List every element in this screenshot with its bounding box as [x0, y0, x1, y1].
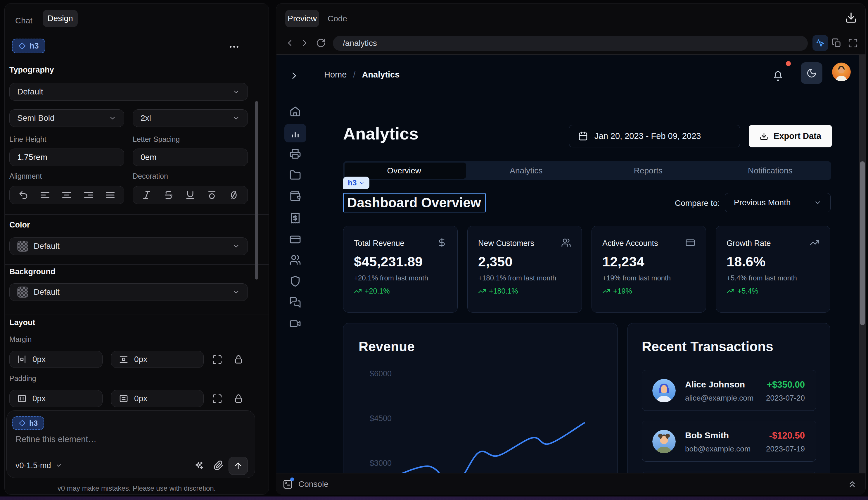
- padding-y-input[interactable]: 0px: [111, 390, 204, 407]
- tab-chat[interactable]: Chat: [15, 12, 33, 29]
- background-select[interactable]: Default: [9, 283, 248, 301]
- breadcrumb-home[interactable]: Home: [324, 70, 347, 80]
- no-decoration-icon[interactable]: [229, 190, 239, 200]
- padding-lock-icon[interactable]: [233, 394, 243, 404]
- align-center-icon[interactable]: [61, 190, 72, 200]
- breadcrumb-current: Analytics: [362, 70, 400, 80]
- tab-code[interactable]: Code: [328, 10, 347, 27]
- stat-card-growth-rate: Growth Rate 18.6% +5.4% from last month …: [716, 226, 830, 312]
- refresh-icon[interactable]: [316, 38, 326, 48]
- sidebar-item-files[interactable]: [289, 169, 301, 181]
- transaction-email: alice@example.com: [685, 394, 753, 402]
- margin-label: Margin: [9, 335, 32, 343]
- download-project-icon[interactable]: [845, 11, 857, 24]
- sidebar-expand-icon[interactable]: [289, 71, 299, 80]
- inspect-mode-button[interactable]: [812, 35, 828, 51]
- stat-title: Growth Rate: [727, 239, 771, 248]
- date-range-value: Jan 20, 2023 - Feb 09, 2023: [594, 131, 701, 141]
- sidebar-item-wallet[interactable]: [289, 190, 301, 202]
- disclaimer: v0 may make mistakes. Please use with di…: [5, 484, 269, 492]
- margin-expand-icon[interactable]: [212, 354, 222, 365]
- attach-icon[interactable]: [213, 460, 224, 471]
- italic-icon[interactable]: [141, 190, 152, 200]
- duplicate-icon[interactable]: [832, 38, 842, 48]
- date-range-button[interactable]: Jan 20, 2023 - Feb 09, 2023: [569, 125, 740, 147]
- font-weight-select[interactable]: Semi Bold: [9, 109, 124, 127]
- margin-x-input[interactable]: 0px: [9, 351, 103, 368]
- sidebar-item-receipts[interactable]: [289, 212, 301, 224]
- line-height-input[interactable]: 1.75rem: [9, 149, 124, 166]
- composer-badge-label: h3: [29, 419, 38, 428]
- align-right-icon[interactable]: [83, 190, 94, 200]
- nav-forward-icon[interactable]: [300, 38, 309, 47]
- letter-spacing-input[interactable]: 0em: [133, 149, 248, 166]
- send-button[interactable]: [229, 457, 248, 475]
- nav-back-icon[interactable]: [286, 38, 294, 47]
- sidebar-item-invoices[interactable]: [289, 148, 301, 160]
- compare-select[interactable]: Previous Month: [725, 193, 831, 212]
- padding-expand-icon[interactable]: [212, 394, 222, 404]
- selected-heading[interactable]: Dashboard Overview: [343, 193, 486, 212]
- user-avatar[interactable]: [832, 62, 851, 81]
- composer-element-badge: h3: [12, 416, 44, 430]
- margin-horizontal-icon: [17, 355, 26, 364]
- transaction-avatar: [652, 379, 676, 402]
- url-input[interactable]: [343, 38, 798, 48]
- url-bar[interactable]: [333, 36, 808, 51]
- export-data-button[interactable]: Export Data: [749, 125, 832, 147]
- console-expand-icon[interactable]: [847, 479, 857, 489]
- model-select[interactable]: v0-1.5-md: [15, 457, 62, 474]
- viewport-scrollbar-thumb[interactable]: [860, 161, 865, 325]
- strikethrough-icon[interactable]: [163, 190, 174, 200]
- sidebar-item-home[interactable]: [289, 105, 301, 117]
- notifications-bell-icon[interactable]: [773, 71, 783, 81]
- sidebar-item-messages[interactable]: [289, 296, 301, 308]
- color-select[interactable]: Default: [9, 237, 248, 255]
- sidebar-item-video[interactable]: [289, 318, 301, 330]
- font-size-select[interactable]: 2xl: [133, 109, 248, 127]
- tab-analytics[interactable]: Analytics: [465, 166, 588, 175]
- sidebar-item-customers[interactable]: [289, 254, 301, 266]
- overline-icon[interactable]: [207, 190, 217, 200]
- theme-toggle-button[interactable]: [801, 62, 822, 84]
- refine-input[interactable]: [15, 434, 243, 444]
- font-select[interactable]: Default: [9, 83, 248, 101]
- tab-overview[interactable]: Overview: [343, 166, 465, 175]
- sidebar-item-security[interactable]: [289, 275, 301, 287]
- console-label: Console: [298, 479, 328, 489]
- cursor-click-icon: [815, 38, 825, 48]
- viewport-scrollbar-track[interactable]: [859, 55, 866, 473]
- tab-design[interactable]: Design: [43, 10, 78, 27]
- align-left-icon[interactable]: [40, 190, 50, 200]
- margin-lock-icon[interactable]: [233, 354, 243, 364]
- stat-subtext: +180.1% from last month: [478, 274, 556, 282]
- underline-icon[interactable]: [185, 190, 196, 200]
- sidebar-item-analytics[interactable]: [289, 127, 301, 139]
- transaction-row-bob[interactable]: Bob Smith bob@example.com -$120.50 2023-…: [642, 421, 816, 462]
- inspected-element-tag[interactable]: h3: [343, 177, 369, 189]
- stat-title: Total Revenue: [354, 239, 404, 248]
- panel-scrollbar[interactable]: [255, 101, 258, 280]
- margin-x-value: 0px: [33, 355, 46, 364]
- tab-preview[interactable]: Preview: [285, 10, 319, 27]
- alignment-group: [9, 186, 124, 204]
- transaction-row-alice[interactable]: Alice Johnson alice@example.com +$350.00…: [642, 370, 816, 411]
- padding-x-input[interactable]: 0px: [9, 390, 103, 407]
- enhance-prompt-icon[interactable]: [194, 461, 204, 471]
- stat-value: 2,350: [478, 253, 513, 270]
- desktop-background: Chat Design h3 Typography Default Semi B…: [0, 0, 868, 500]
- fullscreen-icon[interactable]: [848, 38, 858, 48]
- sidebar-item-cards[interactable]: [289, 234, 301, 245]
- element-menu-button[interactable]: [228, 41, 240, 53]
- stat-subtext: +5.4% from last month: [727, 274, 797, 282]
- transaction-date: 2023-07-20: [766, 394, 805, 402]
- margin-y-input[interactable]: 0px: [111, 351, 204, 368]
- tab-notifications[interactable]: Notifications: [709, 166, 832, 175]
- chevron-down-icon: [359, 180, 365, 186]
- align-justify-icon[interactable]: [105, 190, 115, 200]
- reset-alignment-icon[interactable]: [18, 190, 28, 200]
- stat-title: New Customers: [478, 239, 534, 248]
- console-bar[interactable]: Console: [276, 473, 865, 495]
- tab-reports[interactable]: Reports: [587, 166, 709, 175]
- inspected-tag-label: h3: [348, 178, 357, 188]
